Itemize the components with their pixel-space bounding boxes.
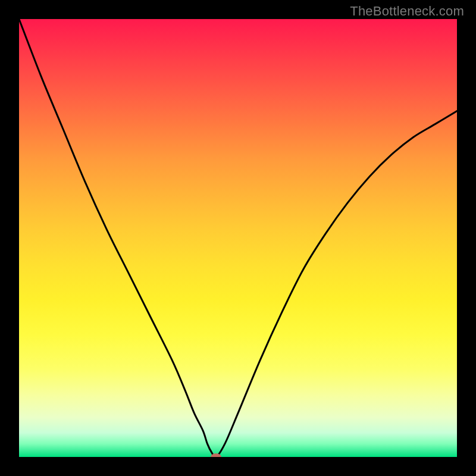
- optimal-point-marker: [211, 453, 221, 457]
- bottleneck-curve-path: [19, 19, 457, 457]
- chart-area: [19, 19, 457, 457]
- watermark-text: TheBottleneck.com: [350, 4, 464, 19]
- bottleneck-curve-svg: [19, 19, 457, 457]
